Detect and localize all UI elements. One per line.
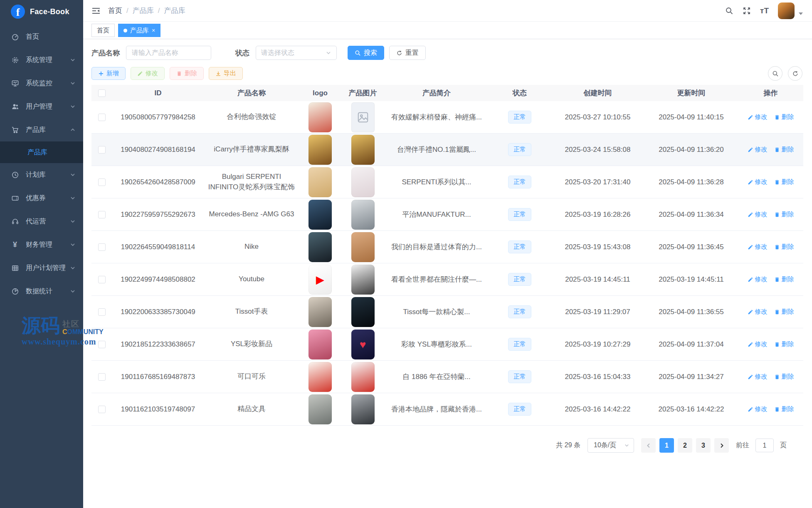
tag-home[interactable]: 首页: [91, 24, 115, 37]
column-header-logo: logo: [299, 89, 341, 97]
header-search-icon[interactable]: [725, 7, 733, 15]
delete-link[interactable]: 删除: [774, 308, 794, 316]
page-size-select[interactable]: 10条/页: [587, 438, 634, 453]
edit-link[interactable]: 修改: [748, 243, 768, 251]
product-picture-image[interactable]: [351, 265, 375, 295]
product-picture-image[interactable]: [351, 394, 375, 424]
select-all-checkbox[interactable]: [98, 89, 106, 97]
edit-link[interactable]: 修改: [748, 340, 768, 348]
page-button-3[interactable]: 3: [696, 438, 711, 453]
sidebar-item-coupons[interactable]: 优惠券: [0, 186, 83, 210]
product-logo-image[interactable]: [309, 200, 332, 230]
next-page-button[interactable]: [714, 438, 729, 453]
user-avatar[interactable]: [778, 2, 795, 19]
product-picture-image[interactable]: [351, 200, 375, 230]
status-badge: 正常: [508, 305, 531, 318]
sidebar-item-home[interactable]: 首页: [0, 25, 83, 48]
row-checkbox[interactable]: [98, 146, 106, 154]
delete-link[interactable]: 删除: [774, 178, 794, 186]
edit-link[interactable]: 修改: [748, 275, 768, 283]
goto-page-input[interactable]: [755, 439, 774, 452]
tag-close-icon[interactable]: ×: [152, 27, 155, 33]
product-logo-image[interactable]: [309, 167, 332, 197]
product-logo-image[interactable]: [309, 297, 332, 327]
breadcrumb-product-library[interactable]: 产品库: [133, 6, 154, 15]
sidebar-item-system-management[interactable]: 系统管理: [0, 48, 83, 72]
edit-link[interactable]: 修改: [748, 211, 768, 218]
user-menu-caret-icon[interactable]: [799, 12, 803, 15]
sidebar-item-finance-management[interactable]: ¥ 财务管理: [0, 233, 83, 256]
product-logo-image[interactable]: [309, 362, 332, 392]
row-checkbox[interactable]: [98, 114, 106, 121]
product-logo-image[interactable]: [309, 135, 332, 165]
product-picture-image[interactable]: [351, 297, 375, 327]
download-icon: [215, 71, 221, 77]
sidebar-item-product-library[interactable]: 产品库: [0, 118, 83, 141]
sidebar-item-user-management[interactable]: 用户管理: [0, 95, 83, 118]
page-button-2[interactable]: 2: [678, 438, 692, 453]
table-row: 1901167685169487873 可口可乐: [91, 361, 803, 393]
delete-link[interactable]: 删除: [774, 146, 794, 154]
app-title: Face-Book: [30, 7, 69, 16]
sidebar-item-user-plan-management[interactable]: 用户计划管理: [0, 256, 83, 280]
delete-link[interactable]: 删除: [774, 113, 794, 121]
sidebar-item-plan-library[interactable]: 计划库: [0, 163, 83, 186]
delete-button[interactable]: 删除: [170, 67, 204, 80]
row-checkbox[interactable]: [98, 178, 106, 186]
row-checkbox[interactable]: [98, 243, 106, 251]
edit-link[interactable]: 修改: [748, 308, 768, 316]
product-logo-image[interactable]: [309, 102, 332, 132]
prev-page-button[interactable]: [641, 438, 656, 453]
product-picture-image[interactable]: [351, 362, 375, 392]
updated-time: 2025-04-09 11:36:20: [644, 146, 738, 154]
product-id: 1904080274908168194: [112, 146, 204, 154]
row-checkbox[interactable]: [98, 276, 106, 283]
product-logo-image[interactable]: ▶: [309, 265, 332, 295]
product-logo-image[interactable]: [309, 330, 332, 359]
product-picture-image[interactable]: [351, 102, 375, 132]
edit-link[interactable]: 修改: [748, 373, 768, 381]
toggle-search-button[interactable]: [768, 66, 782, 81]
product-logo-image[interactable]: [309, 394, 332, 424]
product-picture-image[interactable]: [351, 232, 375, 262]
edit-link[interactable]: 修改: [748, 178, 768, 186]
sidebar-item-system-monitor[interactable]: 系统监控: [0, 72, 83, 95]
sidebar-item-data-statistics[interactable]: 数据统计: [0, 280, 83, 303]
status-select[interactable]: 请选择状态: [256, 46, 337, 60]
row-checkbox[interactable]: [98, 373, 106, 381]
edit-link[interactable]: 修改: [748, 113, 768, 121]
sidebar-item-agent-operation[interactable]: 代运营: [0, 210, 83, 233]
product-logo-image[interactable]: [309, 232, 332, 262]
row-checkbox[interactable]: [98, 308, 106, 316]
edit-button[interactable]: 修改: [131, 67, 165, 80]
row-checkbox[interactable]: [98, 341, 106, 348]
font-size-icon[interactable]: ᴛT: [760, 6, 769, 15]
delete-link[interactable]: 删除: [774, 243, 794, 251]
reset-button[interactable]: 重置: [389, 46, 426, 60]
breadcrumb-home[interactable]: 首页: [108, 6, 122, 15]
tag-product-library[interactable]: 产品库 ×: [118, 24, 160, 37]
product-picture-image[interactable]: ♥: [351, 330, 375, 359]
product-picture-image[interactable]: [351, 167, 375, 197]
delete-link[interactable]: 删除: [774, 211, 794, 218]
product-intro: SERPENTI系列以其...: [385, 177, 489, 187]
delete-link[interactable]: 删除: [774, 340, 794, 348]
edit-link[interactable]: 修改: [748, 405, 768, 413]
product-id: 1902185122333638657: [112, 340, 204, 349]
export-button[interactable]: 导出: [209, 67, 243, 80]
edit-link[interactable]: 修改: [748, 146, 768, 154]
refresh-table-button[interactable]: [788, 66, 802, 81]
add-button[interactable]: 新增: [91, 67, 126, 80]
sidebar-toggle-icon[interactable]: [91, 7, 101, 15]
row-checkbox[interactable]: [98, 211, 106, 218]
product-picture-image[interactable]: [351, 135, 375, 165]
fullscreen-icon[interactable]: [743, 7, 751, 15]
delete-link[interactable]: 删除: [774, 373, 794, 381]
delete-link[interactable]: 删除: [774, 405, 794, 413]
product-name-input[interactable]: [126, 46, 211, 60]
sidebar-subitem-product-library[interactable]: 产品库: [0, 141, 83, 163]
delete-link[interactable]: 删除: [774, 275, 794, 283]
page-button-1[interactable]: 1: [659, 438, 674, 453]
row-checkbox[interactable]: [98, 406, 106, 413]
search-button[interactable]: 搜索: [348, 46, 384, 60]
